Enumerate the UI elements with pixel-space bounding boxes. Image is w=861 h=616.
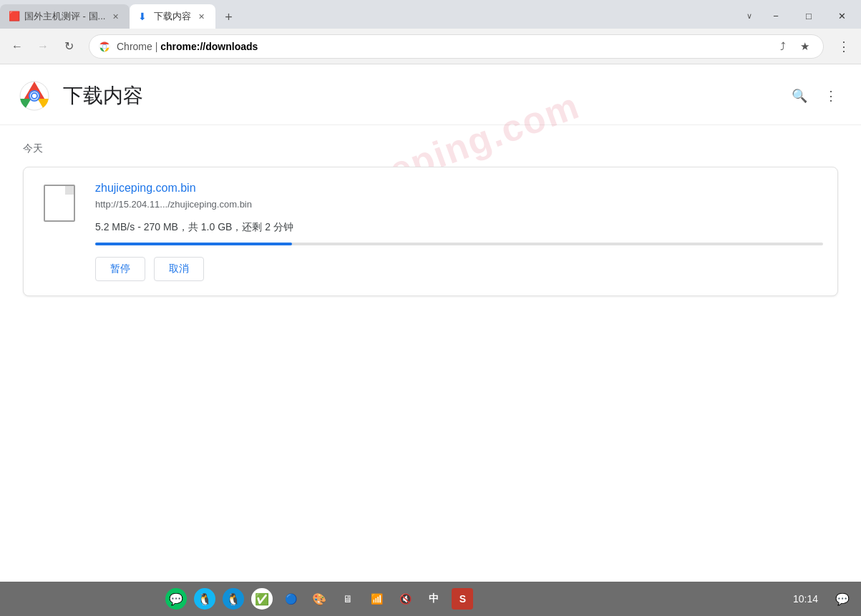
toolbar-right: ⋮ [832, 35, 855, 58]
omnibox[interactable]: Chrome | chrome://downloads ⤴ ★ [89, 34, 824, 59]
download-item: zhujiceping.com.bin http://15.204.11.../… [23, 167, 838, 296]
notify-icon: 💬 [835, 592, 850, 606]
minimize-button[interactable]: − [759, 6, 792, 26]
omnibox-text: Chrome | chrome://downloads [117, 41, 767, 52]
tab-bar: 🟥 国外主机测评 - 国... ✕ ⬇ 下载内容 ✕ + [0, 0, 739, 29]
chrome-menu-button[interactable]: ⋮ [832, 35, 855, 58]
lang-icon: 中 [429, 592, 439, 605]
download-speed: 5.2 MB/s - 270 MB，共 1.0 GB，还剩 2 分钟 [95, 221, 823, 234]
forward-button[interactable]: → [31, 35, 54, 58]
tab-close-inactive[interactable]: ✕ [110, 11, 121, 22]
window-controls: ∨ − □ ✕ [739, 6, 861, 29]
download-icon-col [24, 182, 95, 222]
page-title: 下载内容 [63, 82, 143, 109]
wechat-icon: 💬 [169, 592, 183, 606]
taskbar-notify-button[interactable]: 💬 [832, 589, 852, 609]
omnibox-actions: ⤴ ★ [773, 36, 814, 57]
taskbar-qq1[interactable]: 🐧 [194, 588, 215, 610]
bluetooth-icon: 🔵 [285, 593, 297, 605]
svg-point-1 [102, 44, 106, 48]
back-button[interactable]: ← [6, 35, 29, 58]
sogou-icon: S [459, 593, 466, 605]
taskbar-bluetooth[interactable]: 🔵 [280, 588, 301, 610]
taskbar-clock: 10:14 [793, 593, 818, 605]
svg-point-6 [32, 94, 37, 98]
file-icon [44, 185, 75, 222]
taskbar-wifi[interactable]: 📶 [366, 588, 387, 610]
taskbar-icons: 💬 🐧 🐧 ✅ 🔵 🎨 🖥 [165, 588, 473, 610]
check-icon: ✅ [255, 592, 269, 606]
taskbar-display[interactable]: 🖥 [337, 588, 359, 610]
taskbar-figma[interactable]: 🎨 [308, 588, 330, 610]
download-url: http://15.204.11.../zhujiceping.com.bin [95, 199, 823, 210]
browser-window: 🟥 国外主机测评 - 国... ✕ ⬇ 下载内容 ✕ + ∨ − □ ✕ ← →… [0, 0, 861, 616]
bookmark-button[interactable]: ★ [794, 36, 814, 57]
new-tab-button[interactable]: + [218, 7, 238, 27]
figma-icon: 🎨 [312, 592, 326, 606]
toolbar: ← → ↻ Chrome | chrome://downloads ⤴ ★ [0, 29, 861, 64]
taskbar-volume[interactable]: 🔇 [394, 588, 416, 610]
downloads-page: 下载内容 🔍 ⋮ zhujiceping.com 今天 zhujiceping.… [0, 64, 861, 582]
download-actions: 暂停 取消 [95, 257, 823, 281]
tab-inactive[interactable]: 🟥 国外主机测评 - 国... ✕ [0, 4, 130, 29]
taskbar-sogou[interactable]: S [452, 588, 473, 610]
maximize-button[interactable]: □ [792, 6, 825, 26]
download-details: zhujiceping.com.bin http://15.204.11.../… [95, 182, 823, 281]
tab-favicon-active: ⬇ [138, 11, 150, 22]
reload-button[interactable]: ↻ [57, 35, 80, 58]
tab-close-active[interactable]: ✕ [195, 11, 207, 22]
tab-title-active: 下载内容 [154, 10, 191, 23]
wifi-icon: 📶 [371, 593, 383, 605]
download-filename[interactable]: zhujiceping.com.bin [95, 182, 823, 195]
progress-bar-container [95, 243, 823, 245]
titlebar: 🟥 国外主机测评 - 国... ✕ ⬇ 下载内容 ✕ + ∨ − □ ✕ [0, 0, 861, 29]
taskbar-wechat[interactable]: 💬 [165, 588, 187, 610]
pause-button[interactable]: 暂停 [95, 257, 145, 281]
cancel-button[interactable]: 取消 [154, 257, 204, 281]
tab-active[interactable]: ⬇ 下载内容 ✕ [130, 4, 215, 29]
progress-bar-fill [95, 243, 292, 245]
page-header-actions: 🔍 ⋮ [787, 83, 844, 109]
taskbar-qq2[interactable]: 🐧 [223, 588, 244, 610]
page-header: 下载内容 🔍 ⋮ [0, 64, 861, 125]
qq1-icon: 🐧 [198, 592, 212, 606]
tab-favicon-inactive: 🟥 [9, 11, 20, 22]
taskbar-check[interactable]: ✅ [251, 588, 273, 610]
section-label: 今天 [23, 142, 838, 155]
taskbar: 💬 🐧 🐧 ✅ 🔵 🎨 🖥 [0, 582, 861, 616]
search-downloads-button[interactable]: 🔍 [787, 83, 812, 109]
qq2-icon: 🐧 [226, 592, 240, 606]
chrome-logo [17, 79, 52, 113]
share-button[interactable]: ⤴ [773, 36, 793, 57]
omnibox-favicon [98, 40, 111, 53]
tab-title-inactive: 国外主机测评 - 国... [24, 10, 105, 23]
tab-search-button[interactable]: ∨ [739, 6, 759, 26]
close-button[interactable]: ✕ [825, 6, 858, 26]
display-icon: 🖥 [343, 593, 353, 605]
downloads-menu-button[interactable]: ⋮ [818, 83, 844, 109]
downloads-content: 今天 zhujiceping.com.bin http://15.204.11.… [0, 125, 861, 313]
taskbar-lang[interactable]: 中 [423, 588, 444, 610]
volume-icon: 🔇 [399, 593, 412, 605]
